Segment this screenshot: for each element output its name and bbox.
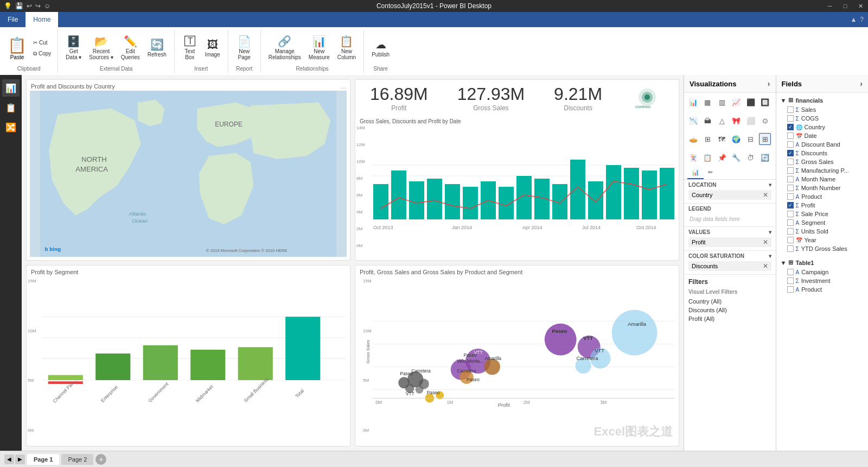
field-date-check[interactable] bbox=[787, 132, 794, 139]
refresh-button[interactable]: 🔄 Refresh bbox=[144, 32, 170, 65]
filter-country[interactable]: Country (All) bbox=[688, 297, 771, 306]
nav-model-icon[interactable]: 🔀 bbox=[2, 118, 20, 136]
add-page-btn[interactable]: + bbox=[95, 454, 106, 465]
text-box-button[interactable]: 🅃 TextBox bbox=[179, 32, 201, 65]
filter-discounts[interactable]: Discounts (All) bbox=[688, 306, 771, 314]
field-manufacturing-price[interactable]: Σ Manufacturing P... bbox=[776, 166, 869, 175]
field-sales[interactable]: Σ Sales bbox=[776, 105, 869, 114]
field-product-table1[interactable]: A Product bbox=[776, 285, 869, 294]
viz-matrix[interactable]: ⊞ bbox=[759, 133, 771, 145]
edit-queries-button[interactable]: ✏️ EditQueries bbox=[118, 32, 143, 65]
nav-data-icon[interactable]: 📋 bbox=[2, 99, 20, 116]
cut-button[interactable]: ✂Cut bbox=[31, 38, 53, 48]
field-year-check[interactable] bbox=[787, 237, 794, 243]
viz-line-chart[interactable]: 📉 bbox=[687, 115, 699, 127]
field-mfg-check[interactable] bbox=[787, 167, 794, 174]
field-discounts-check[interactable]: ✓ bbox=[787, 150, 794, 156]
viz-stacked-area[interactable]: △ bbox=[716, 115, 728, 127]
field-sale-price[interactable]: Σ Sale Price bbox=[776, 210, 869, 218]
viz-stacked-bar[interactable]: ▦ bbox=[701, 96, 713, 108]
manage-relationships-button[interactable]: 🔗 ManageRelationships bbox=[265, 32, 304, 65]
new-measure-button[interactable]: 📊 NewMeasure bbox=[305, 32, 333, 65]
ribbon-help-btn[interactable]: ? bbox=[860, 16, 864, 23]
map-ellipsis[interactable]: … bbox=[339, 82, 348, 91]
viz-slicer[interactable]: 🔧 bbox=[730, 152, 742, 163]
viz-stacked-col[interactable]: ⬛ bbox=[745, 96, 757, 108]
field-discount-band[interactable]: A Discount Band bbox=[776, 140, 869, 149]
save-icon[interactable]: 💾 bbox=[15, 2, 23, 10]
viz-column-chart[interactable]: 📈 bbox=[730, 96, 742, 108]
viz-filled-map[interactable]: 🌍 bbox=[730, 133, 742, 145]
field-product-table1-check[interactable] bbox=[787, 286, 794, 293]
page-next-btn[interactable]: ▶ bbox=[15, 455, 25, 464]
viz-scatter[interactable]: ⊙ bbox=[759, 115, 771, 127]
field-sales-check[interactable] bbox=[787, 106, 794, 113]
recent-sources-button[interactable]: 📂 RecentSources ▾ bbox=[86, 32, 116, 65]
nav-report-icon[interactable]: 📊 bbox=[2, 79, 20, 97]
new-page-button[interactable]: 📄 NewPage bbox=[233, 32, 255, 65]
fields-panel-expand-btn[interactable]: › bbox=[860, 79, 863, 88]
field-investment-check[interactable] bbox=[787, 277, 794, 284]
viz-100pct-bar[interactable]: ▥ bbox=[716, 96, 728, 108]
viz-ribbon[interactable]: 🎀 bbox=[730, 115, 742, 127]
viz-card[interactable]: 🃏 bbox=[687, 152, 699, 163]
field-gross-sales[interactable]: Σ Gross Sales bbox=[776, 157, 869, 166]
field-month-name[interactable]: A Month Name bbox=[776, 175, 869, 184]
table1-group-header[interactable]: ▼ ⊞ Table1 bbox=[776, 257, 869, 268]
field-units-sold-check[interactable] bbox=[787, 228, 794, 235]
color-saturation-chip[interactable]: Discounts ✕ bbox=[688, 261, 771, 271]
viz-waterfall[interactable]: ⬜ bbox=[745, 115, 757, 127]
tab-home[interactable]: Home bbox=[25, 12, 58, 27]
page-tab-2[interactable]: Page 2 bbox=[61, 454, 93, 465]
field-investment[interactable]: Σ Investment bbox=[776, 276, 869, 285]
viz-bar-chart[interactable]: 📊 bbox=[687, 96, 699, 108]
page-tab-1[interactable]: Page 1 bbox=[27, 454, 59, 465]
copy-button[interactable]: ⧉Copy bbox=[31, 49, 53, 59]
tab-format[interactable]: 📊 bbox=[687, 167, 704, 179]
financials-group-header[interactable]: ▼ ⊞ financials bbox=[776, 95, 869, 105]
filter-profit[interactable]: Profit (All) bbox=[688, 314, 771, 323]
undo-icon[interactable]: ↩ bbox=[27, 2, 32, 10]
tab-analytics[interactable]: ✏ bbox=[704, 167, 717, 179]
smiley-icon[interactable]: ☺ bbox=[44, 2, 50, 10]
field-country[interactable]: ✓ 🌐 Country bbox=[776, 123, 869, 131]
ribbon-collapse-btn[interactable]: ▲ bbox=[850, 16, 857, 23]
remove-location-btn[interactable]: ✕ bbox=[763, 191, 768, 199]
viz-table[interactable]: ⊟ bbox=[745, 133, 757, 145]
field-product[interactable]: A Product bbox=[776, 192, 869, 201]
values-profit-chip[interactable]: Profit ✕ bbox=[688, 237, 771, 247]
field-campaign[interactable]: A Campaign bbox=[776, 268, 869, 276]
get-data-button[interactable]: 🗄️ GetData ▾ bbox=[62, 32, 85, 65]
field-ytd-gross-sales[interactable]: Σ YTD Gross Sales bbox=[776, 244, 869, 253]
tab-file[interactable]: File bbox=[0, 12, 25, 27]
map-visual-card[interactable]: Profit and Discounts by Country … NORTH bbox=[26, 79, 350, 261]
viz-gauge[interactable]: ⏱ bbox=[745, 152, 757, 163]
field-profit[interactable]: ✓ Σ Profit bbox=[776, 201, 869, 210]
viz-multirow-card[interactable]: 📋 bbox=[701, 152, 713, 163]
new-column-button[interactable]: 📋 NewColumn bbox=[334, 32, 359, 65]
remove-values-btn[interactable]: ✕ bbox=[763, 238, 768, 246]
close-btn[interactable]: ✕ bbox=[853, 0, 868, 12]
field-cogs-check[interactable] bbox=[787, 115, 794, 122]
field-gross-sales-check[interactable] bbox=[787, 159, 794, 165]
viz-map[interactable]: 🗺 bbox=[716, 133, 728, 145]
maximize-btn[interactable]: □ bbox=[838, 0, 853, 12]
field-month-number-check[interactable] bbox=[787, 185, 794, 191]
field-segment-check[interactable] bbox=[787, 219, 794, 226]
redo-icon[interactable]: ↪ bbox=[35, 2, 41, 10]
viz-pie[interactable]: 🥧 bbox=[687, 133, 699, 145]
field-profit-check[interactable]: ✓ bbox=[787, 202, 794, 209]
viz-refresh-icon[interactable]: 🔄 bbox=[759, 152, 771, 163]
location-country-chip[interactable]: Country ✕ bbox=[688, 190, 771, 200]
scatter-visual-card[interactable]: Profit, Gross Sales and Gross Sales by P… bbox=[355, 265, 679, 446]
field-country-check[interactable]: ✓ bbox=[787, 124, 794, 130]
segment-bar-card[interactable]: Profit by Segment 15M10M5M0M bbox=[26, 265, 350, 446]
field-sale-price-check[interactable] bbox=[787, 211, 794, 217]
viz-area-chart[interactable]: 🏔 bbox=[701, 115, 713, 127]
field-discounts[interactable]: ✓ Σ Discounts bbox=[776, 149, 869, 157]
minimize-btn[interactable]: ─ bbox=[822, 0, 838, 12]
image-button[interactable]: 🖼 Image bbox=[202, 32, 224, 65]
field-segment[interactable]: A Segment bbox=[776, 218, 869, 227]
paste-button[interactable]: 📋 Paste bbox=[4, 32, 30, 65]
field-discount-band-check[interactable] bbox=[787, 141, 794, 148]
